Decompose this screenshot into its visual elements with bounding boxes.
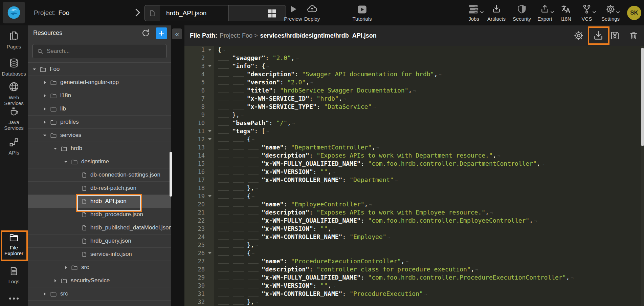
code-editor[interactable]: 1{¬2"swagger": "2.0",¬3"info": {¬4"descr… bbox=[184, 46, 641, 306]
grid-icon[interactable] bbox=[267, 8, 277, 18]
fold-toggle-icon[interactable] bbox=[208, 130, 212, 132]
code-line: 15"x-WM-FULLY_QUALIFIED_NAME": "com.foo.… bbox=[184, 160, 641, 168]
tree-row-generated-angular-app[interactable]: generated-angular-app bbox=[28, 76, 171, 89]
code-line: 30"x-WM-VERSION": "",¬ bbox=[184, 282, 641, 290]
rail-item-web-services[interactable]: Web Services bbox=[0, 81, 28, 106]
tree-item-label: profiles bbox=[60, 119, 79, 125]
editor-scrollbar[interactable] bbox=[641, 48, 644, 146]
delete-button[interactable] bbox=[629, 31, 638, 41]
caret-right-icon[interactable] bbox=[64, 265, 68, 270]
fold-toggle-icon[interactable] bbox=[208, 252, 212, 254]
artifacts-menu-button[interactable]: Artifacts bbox=[484, 0, 509, 25]
tree-row-db-rest-patch.json[interactable]: db-rest-patch.json bbox=[28, 182, 171, 195]
jobs-icon bbox=[468, 4, 480, 14]
tree-scrollbar[interactable] bbox=[170, 152, 172, 197]
line-number: 22 bbox=[184, 217, 214, 225]
topbar-right-actions: JobsArtifactsSecurityExportI18NVCSSettin… bbox=[465, 0, 644, 25]
caret-down-icon[interactable] bbox=[32, 67, 37, 72]
refresh-button[interactable] bbox=[141, 28, 150, 38]
caret-right-icon[interactable] bbox=[43, 94, 47, 98]
rail-item-more[interactable] bbox=[0, 297, 28, 301]
rail-item-label: Pages bbox=[1, 44, 27, 49]
tree-item-label: hrdb_query.json bbox=[90, 238, 131, 244]
editor-settings-button[interactable] bbox=[574, 30, 584, 41]
caret-down-icon[interactable] bbox=[64, 160, 68, 164]
tree-row-lib[interactable]: lib bbox=[28, 102, 171, 116]
tree-row-db-connection-settings.json[interactable]: db-connection-settings.json bbox=[28, 168, 171, 182]
save-button[interactable] bbox=[610, 30, 620, 41]
tree-row-hrdb_query.json[interactable]: hrdb_query.json bbox=[28, 234, 171, 248]
line-number: 9 bbox=[184, 111, 214, 119]
collapse-panel-button[interactable]: « bbox=[172, 28, 182, 39]
play-icon bbox=[289, 4, 297, 14]
eol-marker: ¬ bbox=[571, 275, 573, 281]
tree-row-i18n[interactable]: i18n bbox=[28, 89, 171, 102]
tree-row-securityService[interactable]: securityService bbox=[28, 274, 171, 287]
search-input[interactable] bbox=[47, 48, 158, 55]
security-menu-button[interactable]: Security bbox=[510, 0, 534, 25]
caret-right-icon[interactable] bbox=[43, 107, 47, 111]
user-avatar[interactable]: SK bbox=[627, 6, 641, 20]
tree-row-services[interactable]: services bbox=[28, 129, 171, 142]
fold-toggle-icon[interactable] bbox=[208, 195, 212, 197]
rail-item-pages[interactable]: Pages bbox=[0, 30, 28, 49]
code-text: },¬ bbox=[214, 184, 258, 192]
caret-down-icon[interactable] bbox=[53, 146, 58, 151]
code-text: {¬ bbox=[214, 192, 254, 200]
rail-item-databases[interactable]: Databases bbox=[0, 58, 28, 77]
deploy-button[interactable]: Deploy bbox=[300, 0, 324, 25]
eol-marker: ¬ bbox=[296, 56, 298, 61]
vcs-menu-button[interactable]: VCS bbox=[576, 0, 597, 25]
rail-item-label: APIs bbox=[1, 150, 27, 156]
caret-right-icon[interactable] bbox=[43, 80, 47, 85]
eol-marker: ¬ bbox=[255, 300, 258, 305]
line-number: 8 bbox=[184, 103, 214, 111]
tree-row-hrdb_procedure.json[interactable]: hrdb_procedure.json bbox=[28, 208, 171, 221]
fold-toggle-icon[interactable] bbox=[208, 138, 212, 140]
tree-row-service-info.json[interactable]: service-info.json bbox=[28, 248, 171, 261]
tutorials-button[interactable]: Tutorials bbox=[350, 0, 374, 25]
eol-marker: ¬ bbox=[241, 113, 243, 118]
folder-icon bbox=[50, 291, 57, 297]
code-line: 5"version": "2.0",¬ bbox=[184, 78, 641, 86]
code-line: 29"x-WM-FULLY_QUALIFIED_NAME": "com.foo.… bbox=[184, 273, 641, 282]
caret-right-icon[interactable] bbox=[43, 292, 47, 296]
caret-right-icon[interactable] bbox=[43, 120, 47, 124]
chevron-down-icon bbox=[616, 11, 620, 14]
tree-row-Foo[interactable]: Foo bbox=[28, 63, 171, 76]
caret-down-icon[interactable] bbox=[43, 133, 47, 138]
tree-row-hrdb_published_dataModel.json[interactable]: hrdb_published_dataModel.json bbox=[28, 221, 171, 234]
jobs-menu-button[interactable]: Jobs bbox=[465, 0, 483, 25]
tree-row-designtime[interactable]: designtime bbox=[28, 155, 171, 168]
line-number: 31 bbox=[184, 290, 214, 298]
settings-menu-button[interactable]: Settings bbox=[598, 0, 623, 25]
tree-row-hrdb_API.json[interactable]: hrdb_API.json bbox=[28, 195, 171, 208]
download-action-button[interactable] bbox=[592, 29, 604, 42]
add-resource-button[interactable] bbox=[156, 27, 167, 39]
rail-item-logs[interactable]: Logs bbox=[0, 266, 28, 284]
line-number: 15 bbox=[184, 160, 214, 168]
export-menu-button[interactable]: Export bbox=[534, 0, 555, 25]
tree-row-profiles[interactable]: profiles bbox=[28, 116, 171, 129]
eol-marker: ¬ bbox=[413, 88, 416, 94]
tree-item-label: hrdb bbox=[71, 145, 82, 152]
rail-item-apis[interactable]: APIs bbox=[0, 137, 28, 156]
i18n-menu-button[interactable]: I18N bbox=[556, 0, 576, 25]
folder-icon bbox=[71, 159, 78, 165]
rail-item-file-explorer[interactable]: File Explorer bbox=[0, 233, 28, 256]
open-file-tab[interactable]: hrdb_API.json bbox=[145, 5, 286, 21]
tree-row-hrdb[interactable]: hrdb bbox=[28, 142, 171, 155]
rail-item-java-services[interactable]: Java Services bbox=[0, 107, 28, 131]
code-text: {¬ bbox=[214, 249, 254, 257]
tree-row-src[interactable]: src bbox=[28, 261, 171, 274]
tree-row-src[interactable]: src bbox=[28, 287, 171, 301]
folder-icon bbox=[50, 106, 57, 112]
fold-toggle-icon[interactable] bbox=[208, 65, 212, 67]
file-icon bbox=[82, 211, 87, 218]
line-number: 16 bbox=[184, 168, 214, 176]
code-line: 7"x-WM-SERVICE_ID": "hrdb",¬ bbox=[184, 95, 641, 103]
app-logo[interactable] bbox=[3, 2, 25, 23]
line-number: 32 bbox=[184, 298, 214, 306]
fold-toggle-icon[interactable] bbox=[208, 49, 212, 51]
caret-right-icon[interactable] bbox=[53, 279, 58, 283]
